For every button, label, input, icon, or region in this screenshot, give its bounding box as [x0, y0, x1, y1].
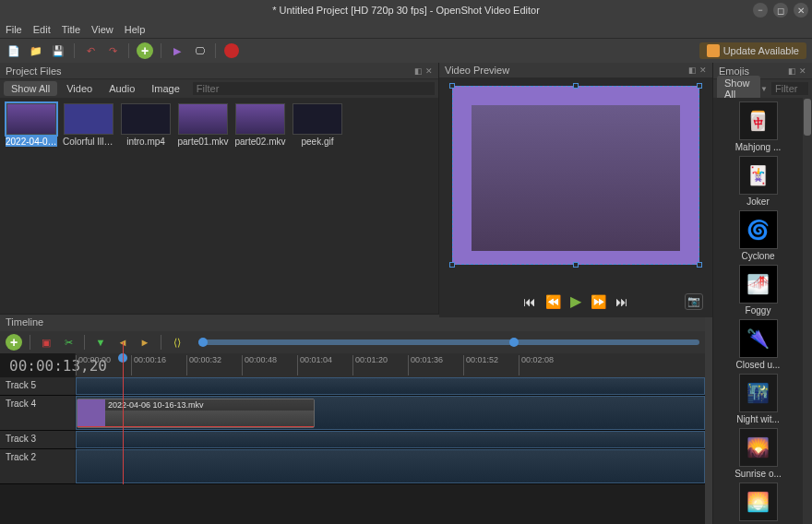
- emoji-item[interactable]: 🀄Mahjong ...: [717, 101, 799, 152]
- update-label: Update Available: [723, 45, 799, 56]
- emoji-item[interactable]: 🌃Night wit...: [717, 374, 799, 424]
- window-title: * Untitled Project [HD 720p 30 fps] - Op…: [272, 5, 540, 16]
- timecode-display: 00:00:13,20: [0, 353, 76, 377]
- emoji-item[interactable]: 🌄Sunrise o...: [717, 428, 799, 479]
- update-available-button[interactable]: Update Available: [699, 42, 806, 59]
- add-track-button[interactable]: +: [6, 334, 22, 351]
- track-row[interactable]: Track 3: [0, 431, 705, 449]
- tab-video[interactable]: Video: [59, 81, 100, 96]
- resize-handle[interactable]: [449, 262, 455, 268]
- track-row[interactable]: Track 5: [0, 377, 705, 396]
- file-label: 2022-04-06...: [6, 137, 57, 147]
- close-panel-icon[interactable]: ✕: [699, 66, 707, 75]
- resize-handle[interactable]: [449, 83, 455, 89]
- detach-icon[interactable]: ◧: [788, 66, 796, 76]
- emoji-scrollbar[interactable]: [803, 98, 812, 524]
- play-button[interactable]: ▶: [570, 292, 581, 310]
- tab-audio[interactable]: Audio: [102, 81, 142, 96]
- open-project-icon[interactable]: 📁: [28, 42, 44, 59]
- export-video-button[interactable]: [223, 42, 240, 59]
- menu-title[interactable]: Title: [62, 24, 80, 35]
- detach-icon[interactable]: ◧: [414, 66, 423, 76]
- menubar: File Edit Title View Help: [0, 20, 812, 39]
- playhead-line: [123, 342, 124, 484]
- file-label: Colorful Illus...: [63, 137, 114, 147]
- tab-image[interactable]: Image: [144, 81, 187, 96]
- detach-icon[interactable]: ◧: [688, 66, 697, 75]
- menu-view[interactable]: View: [91, 24, 113, 35]
- import-files-button[interactable]: +: [137, 42, 153, 59]
- timeline-ruler[interactable]: 00:00:13,20 00:00:00 00:00:16 00:00:32 0…: [0, 353, 705, 377]
- project-files-title: Project Files: [6, 66, 62, 77]
- menu-file[interactable]: File: [6, 24, 22, 35]
- fullscreen-icon[interactable]: 🖵: [191, 42, 208, 59]
- file-item[interactable]: parte02.mkv: [234, 103, 286, 147]
- jump-start-button[interactable]: ⏮: [523, 294, 536, 309]
- next-marker-icon[interactable]: ►: [137, 334, 153, 351]
- undo-icon[interactable]: ↶: [82, 42, 99, 59]
- maximize-button[interactable]: ◻: [773, 3, 788, 18]
- emoji-item[interactable]: 🌁Foggy: [717, 265, 799, 316]
- track-label: Track 2: [0, 449, 76, 483]
- file-label: parte02.mkv: [234, 137, 286, 147]
- track-label: Track 4: [0, 396, 76, 430]
- dropdown-icon[interactable]: ▼: [760, 85, 768, 93]
- resize-handle[interactable]: [697, 83, 702, 89]
- center-playhead-icon[interactable]: ⟨⟩: [169, 334, 185, 351]
- preview-frame[interactable]: [452, 86, 699, 265]
- timeline-clip[interactable]: 2022-04-06 10-16-13.mkv: [77, 399, 315, 428]
- file-item[interactable]: intro.mp4: [120, 103, 172, 147]
- save-project-icon[interactable]: 💾: [50, 42, 66, 59]
- preview-title: Video Preview: [445, 65, 509, 76]
- close-button[interactable]: ✕: [794, 3, 808, 18]
- jump-end-button[interactable]: ⏭: [615, 294, 628, 309]
- emojis-panel: Emojis ◧ ✕ Show All ▼ 🀄Mahjong ... 🃏Joke…: [712, 63, 812, 524]
- track-row[interactable]: Track 2: [0, 449, 705, 484]
- project-files-list: 2022-04-06... Colorful Illus... intro.mp…: [0, 98, 438, 314]
- file-item[interactable]: Colorful Illus...: [63, 103, 114, 147]
- resize-handle[interactable]: [573, 83, 579, 89]
- new-project-icon[interactable]: 📄: [6, 42, 22, 59]
- video-preview-panel: Video Preview ◧ ✕ ⏮ ⏪ ▶ ⏩ ⏭ 📷: [439, 63, 712, 314]
- minimize-button[interactable]: －: [753, 3, 768, 18]
- resize-handle[interactable]: [697, 262, 702, 268]
- rewind-button[interactable]: ⏪: [545, 294, 561, 309]
- zoom-slider[interactable]: [198, 339, 699, 345]
- resize-handle[interactable]: [573, 262, 579, 268]
- timeline-title: Timeline: [6, 316, 43, 328]
- add-marker-icon[interactable]: ▼: [92, 334, 109, 351]
- redo-icon[interactable]: ↷: [104, 42, 121, 59]
- snapping-icon[interactable]: ▣: [38, 334, 54, 351]
- close-panel-icon[interactable]: ✕: [799, 66, 806, 76]
- timeline-tracks: Track 5 Track 4 2022-04-06 10-16-13.mkv …: [0, 377, 705, 524]
- emoji-item[interactable]: 🌀Cyclone: [717, 210, 799, 261]
- choose-profile-icon[interactable]: ▶: [169, 42, 185, 59]
- timeline-toolbar: + ▣ ✂ ▼ ◄ ► ⟨⟩: [0, 331, 705, 353]
- emoji-item[interactable]: 🃏Joker: [717, 156, 799, 207]
- file-item[interactable]: 2022-04-06...: [6, 103, 57, 147]
- project-files-panel: Project Files ◧ ✕ Show All Video Audio I…: [0, 63, 439, 314]
- timeline-panel: Timeline + ▣ ✂ ▼ ◄ ► ⟨⟩ 00:00:13,20 00:0…: [0, 314, 705, 524]
- emoji-item[interactable]: 🌂Closed u...: [717, 319, 799, 370]
- project-files-filter[interactable]: [193, 82, 435, 95]
- razor-icon[interactable]: ✂: [60, 334, 77, 351]
- snapshot-button[interactable]: 📷: [685, 293, 703, 310]
- tab-show-all[interactable]: Show All: [4, 81, 57, 96]
- file-label: intro.mp4: [120, 137, 172, 147]
- toolbar: 📄 📁 💾 ↶ ↷ + ▶ 🖵 Update Available: [0, 39, 812, 63]
- emoji-list: 🀄Mahjong ... 🃏Joker 🌀Cyclone 🌁Foggy 🌂Clo…: [713, 98, 803, 524]
- menu-help[interactable]: Help: [125, 24, 146, 35]
- update-icon: [707, 44, 720, 57]
- emoji-item[interactable]: 🌅Sunrise: [717, 482, 799, 524]
- track-label: Track 3: [0, 431, 76, 448]
- close-panel-icon[interactable]: ✕: [425, 66, 433, 76]
- emoji-filter[interactable]: [771, 82, 808, 95]
- track-label: Track 5: [0, 377, 76, 395]
- titlebar: * Untitled Project [HD 720p 30 fps] - Op…: [0, 0, 812, 20]
- track-row[interactable]: Track 4 2022-04-06 10-16-13.mkv: [0, 396, 705, 431]
- fast-forward-button[interactable]: ⏩: [591, 294, 606, 309]
- file-item[interactable]: parte01.mkv: [177, 103, 229, 147]
- menu-edit[interactable]: Edit: [33, 24, 51, 35]
- file-item[interactable]: peek.gif: [292, 103, 343, 147]
- emojis-title: Emojis: [719, 66, 749, 77]
